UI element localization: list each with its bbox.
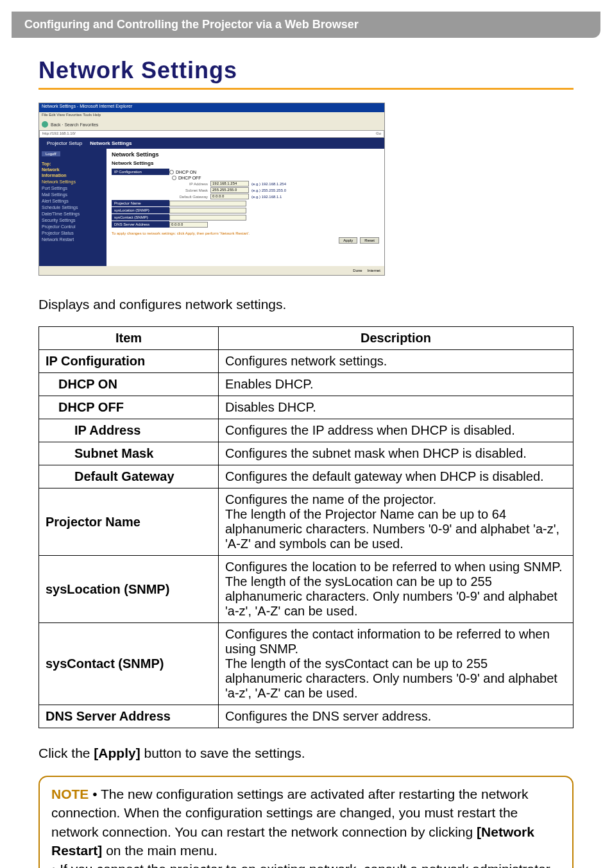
nav-item: Port Settings (42, 186, 104, 190)
nav-item: Alert Settings (42, 199, 104, 203)
table-row: Subnet MaskConfigures the subnet mask wh… (39, 442, 574, 465)
dns-label: DNS Server Address (112, 221, 169, 228)
table-cell-desc: Configures the DNS server address. (219, 705, 574, 728)
header-tab: Projector Setup (43, 139, 86, 147)
nav-information: Information (42, 173, 104, 178)
table-cell-desc: Configures the default gateway when DHCP… (219, 465, 574, 488)
table-cell-desc: Configures the location to be referred t… (219, 556, 574, 623)
nav-item: Security Settings (42, 218, 104, 222)
table-row: Projector NameConfigures the name of the… (39, 488, 574, 556)
apply-button: Apply (339, 237, 357, 244)
table-cell-desc: Disables DHCP. (219, 396, 574, 419)
note-bullet2: • If you connect the projector to an exi… (51, 862, 550, 868)
go-label: Go (376, 131, 381, 137)
table-row: IP AddressConfigures the IP address when… (39, 419, 574, 442)
table-cell-item: Subnet Mask (39, 442, 219, 465)
toolbar-text: Back · Search Favorites (51, 122, 98, 127)
table-row: sysLocation (SNMP)Configures the locatio… (39, 556, 574, 623)
table-head-item: Item (39, 327, 219, 350)
table-row: IP ConfigurationConfigures network setti… (39, 350, 574, 373)
nav-network: Network (42, 167, 104, 172)
syscon-input (169, 215, 246, 221)
nav-item: Network Restart (42, 237, 104, 242)
embedded-screenshot: Network Settings - Microsoft Internet Ex… (38, 103, 385, 276)
table-cell-item: DHCP OFF (39, 396, 219, 419)
ip-address-eg: (e.g.) 192.168.1.254 (251, 182, 286, 186)
apply-instruction: Click the [Apply] button to save the set… (38, 744, 574, 762)
table-cell-item: IP Address (39, 419, 219, 442)
nav-item: Mail Settings (42, 192, 104, 197)
gateway-input: 0.0.0.0 (210, 194, 249, 199)
sysloc-input (169, 208, 246, 213)
main-panel: Network Settings Network Settings IP Con… (106, 149, 384, 276)
address-bar: http://192.168.1.10/ Go (39, 130, 384, 138)
table-row: sysContact (SNMP)Configures the contact … (39, 623, 574, 705)
table-cell-item: DHCP ON (39, 373, 219, 396)
table-cell-desc: Configures the subnet mask when DHCP is … (219, 442, 574, 465)
table-cell-desc: Configures network settings. (219, 350, 574, 373)
sidebar: Logoff Top: Network Information Network … (39, 149, 106, 276)
window-titlebar: Network Settings - Microsoft Internet Ex… (39, 103, 384, 112)
status-done: Done (353, 269, 362, 272)
apply-pre: Click the (38, 746, 94, 760)
intro-text: Displays and configures network settings… (38, 295, 574, 313)
table-row: DHCP OFFDisables DHCP. (39, 396, 574, 419)
browser-toolbar: Back · Search Favorites (39, 119, 384, 130)
subnet-label: Subnet Mask (172, 188, 210, 192)
dns-input: 0.0.0.0 (169, 222, 208, 228)
nav-item: Projector Control (42, 224, 104, 229)
table-row: Default GatewayConfigures the default ga… (39, 465, 574, 488)
nav-item: Date/Time Settings (42, 212, 104, 216)
table-cell-item: sysLocation (SNMP) (39, 556, 219, 623)
table-cell-item: DNS Server Address (39, 705, 219, 728)
projector-header: Projector Setup Network Settings (39, 138, 384, 149)
status-internet: Internet (368, 269, 380, 272)
apply-note: To apply changes to network settings: cl… (112, 231, 379, 235)
table-cell-desc: Configures the name of the projector. Th… (219, 488, 574, 556)
table-cell-item: sysContact (SNMP) (39, 623, 219, 705)
table-cell-desc: Configures the contact information to be… (219, 623, 574, 705)
panel-subtitle: Network Settings (112, 160, 379, 166)
table-cell-item: IP Configuration (39, 350, 219, 373)
dhcp-on: DHCP ON (176, 170, 196, 174)
sysloc-label: sysLocation (SNMP) (112, 207, 169, 213)
header-title: Network Settings (86, 139, 135, 147)
logoff-button: Logoff (42, 151, 60, 156)
status-bar: Done Internet (39, 266, 384, 275)
subnet-eg: (e.g.) 255.255.255.0 (251, 188, 286, 192)
note-box: NOTE • The new configuration settings ar… (38, 776, 574, 868)
table-cell-item: Default Gateway (39, 465, 219, 488)
ipconfig-label: IP Configuration (112, 169, 169, 175)
syscon-label: sysContact (SNMP) (112, 214, 169, 221)
table-row: DHCP ONEnables DHCP. (39, 373, 574, 396)
projname-label: Projector Name (112, 200, 169, 206)
table-cell-item: Projector Name (39, 488, 219, 556)
apply-post: button to save the settings. (140, 746, 305, 760)
nav-item: Network Settings (42, 179, 104, 184)
reset-button: Reset (360, 237, 379, 244)
address-url: http://192.168.1.10/ (42, 131, 76, 137)
subnet-input: 255.255.255.0 (210, 187, 249, 193)
table-cell-desc: Configures the IP address when DHCP is d… (219, 419, 574, 442)
note-label: NOTE (51, 787, 89, 801)
ip-address-label: IP Address (172, 182, 210, 186)
section-banner: Configuring and Controlling the Projecto… (12, 12, 600, 38)
ip-address-input: 192.168.1.254 (210, 181, 249, 187)
table-cell-desc: Enables DHCP. (219, 373, 574, 396)
back-icon (42, 121, 48, 128)
nav-item: Projector Status (42, 231, 104, 235)
panel-title: Network Settings (112, 151, 379, 158)
radio-icon (172, 176, 176, 180)
projname-input (169, 201, 246, 206)
gateway-label: Default Gateway (172, 195, 210, 199)
table-row: DNS Server AddressConfigures the DNS ser… (39, 705, 574, 728)
note-bullet1b: on the main menu. (102, 843, 217, 858)
browser-menubar: File Edit View Favorites Tools Help (39, 112, 384, 119)
page-title: Network Settings (38, 57, 574, 90)
nav-item: Schedule Settings (42, 205, 104, 210)
dhcp-off: DHCP OFF (178, 176, 201, 180)
apply-bold: [Apply] (94, 746, 140, 760)
note-bullet1a: • The new configuration settings are act… (51, 787, 529, 839)
settings-table: Item Description IP ConfigurationConfigu… (38, 326, 574, 728)
gateway-eg: (e.g.) 192.168.1.1 (251, 195, 282, 199)
